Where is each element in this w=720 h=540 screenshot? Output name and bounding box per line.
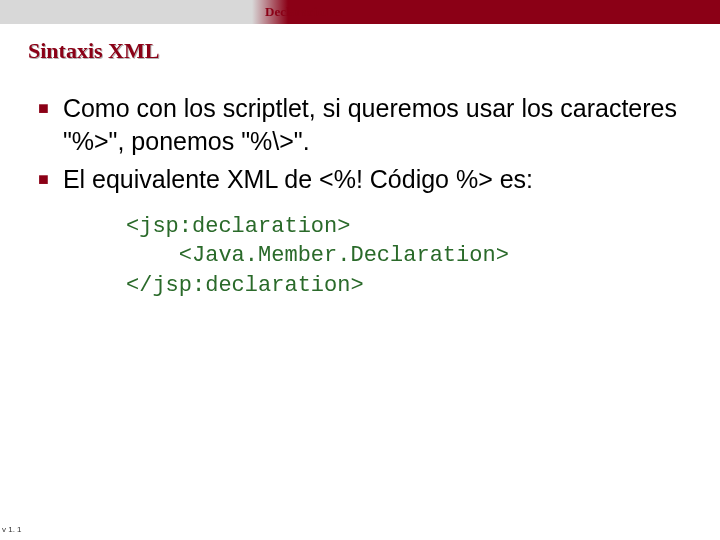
header-bar: Declaraciones [0, 0, 720, 24]
code-line: </jsp:declaration> [126, 271, 680, 301]
content-area: ■ Como con los scriptlet, si queremos us… [38, 92, 680, 301]
bullet-item: ■ Como con los scriptlet, si queremos us… [38, 92, 680, 157]
header-title: Declaraciones [265, 4, 342, 20]
bullet-icon: ■ [38, 98, 49, 119]
code-line: <jsp:declaration> [126, 212, 680, 242]
subtitle: Sintaxis XML [28, 38, 720, 64]
bullet-text: El equivalente XML de <%! Código %> es: [63, 163, 533, 196]
version-label: v 1. 1 [2, 525, 22, 534]
bullet-item: ■ El equivalente XML de <%! Código %> es… [38, 163, 680, 196]
code-block: <jsp:declaration> <Java.Member.Declarati… [126, 212, 680, 301]
bullet-icon: ■ [38, 169, 49, 190]
code-line: <Java.Member.Declaration> [126, 241, 680, 271]
bullet-text: Como con los scriptlet, si queremos usar… [63, 92, 680, 157]
